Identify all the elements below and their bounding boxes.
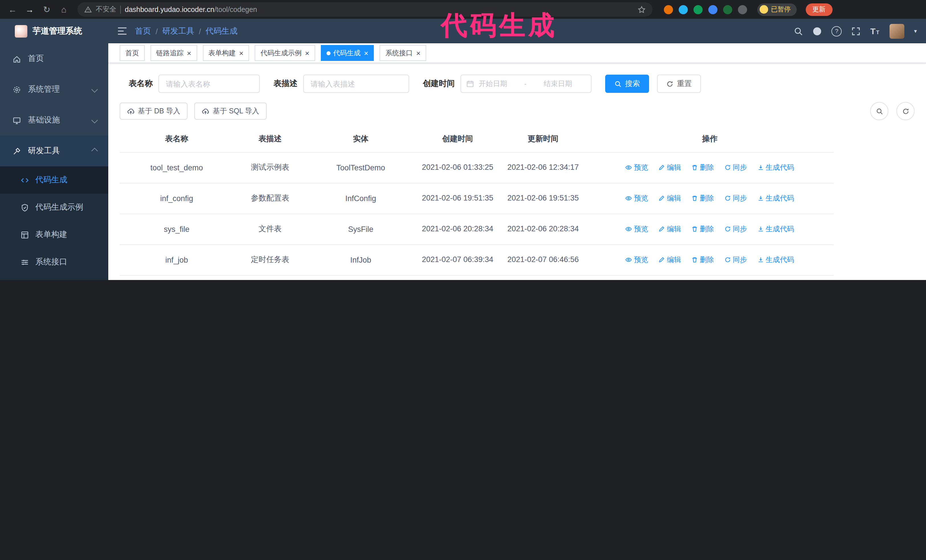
tab-代码生成[interactable]: 代码生成× <box>321 45 374 61</box>
refresh-table-button[interactable] <box>896 102 915 120</box>
import-db-button[interactable]: 基于 DB 导入 <box>120 103 188 120</box>
sidebar-item-db-doc[interactable]: 数据库文档 <box>0 276 108 280</box>
help-icon[interactable]: ? <box>832 26 842 36</box>
tab-链路追踪[interactable]: 链路追踪× <box>150 45 197 61</box>
breadcrumb: 首页 / 研发工具 / 代码生成 <box>135 26 238 36</box>
address-bar[interactable]: 不安全 dashboard.yudao.iocoder.cn/tool/code… <box>77 2 652 17</box>
extension-icon-4[interactable] <box>708 5 717 14</box>
date-range-picker[interactable]: - <box>460 75 592 93</box>
tab-close-icon[interactable]: × <box>239 49 243 57</box>
upload-icon <box>202 107 209 115</box>
app-logo[interactable]: 芋道管理系统 <box>0 19 108 43</box>
table-row: inf_job 定时任务表 InfJob 2021-02-07 06:39:34… <box>120 245 834 275</box>
extension-icon-6[interactable] <box>738 5 747 14</box>
preview-link[interactable]: 预览 <box>625 193 648 203</box>
sync-link[interactable]: 同步 <box>724 224 747 234</box>
import-sql-button[interactable]: 基于 SQL 导入 <box>195 103 267 120</box>
extension-icon-2[interactable] <box>679 5 688 14</box>
sidebar-item-codegen[interactable]: 代码生成 <box>0 166 108 194</box>
preview-link[interactable]: 预览 <box>625 163 648 172</box>
edit-link[interactable]: 编辑 <box>658 224 681 234</box>
generate-code-icon <box>757 257 764 263</box>
delete-link[interactable]: 删除 <box>691 224 714 234</box>
forward-icon[interactable]: → <box>23 3 36 16</box>
github-icon[interactable] <box>813 27 822 36</box>
delete-link[interactable]: 删除 <box>691 193 714 203</box>
sidebar-item-home[interactable]: 首页 <box>0 43 108 74</box>
tab-首页[interactable]: 首页 <box>120 45 145 61</box>
tab-label: 代码生成 <box>333 48 361 58</box>
breadcrumb-home[interactable]: 首页 <box>135 26 151 36</box>
extension-icon-3[interactable] <box>693 5 703 14</box>
tab-表单构建[interactable]: 表单构建× <box>203 45 249 61</box>
delete-icon <box>691 226 698 232</box>
sidebar-item-infrastructure[interactable]: 基础设施 <box>0 105 108 136</box>
sync-link[interactable]: 同步 <box>724 163 747 172</box>
extension-paused-badge[interactable]: 已暂停 <box>757 3 796 16</box>
sidebar-item-codegen-example[interactable]: 代码生成示例 <box>0 194 108 221</box>
cell-table-desc: 文件表 <box>234 214 307 245</box>
end-date-input[interactable] <box>530 79 573 88</box>
menu-label: 代码生成示例 <box>35 202 83 213</box>
generate-code-link[interactable]: 生成代码 <box>757 163 794 172</box>
extension-icon-5[interactable] <box>723 5 732 14</box>
tab-代码生成示例[interactable]: 代码生成示例× <box>255 45 315 61</box>
generate-code-link[interactable]: 生成代码 <box>757 224 794 234</box>
bookmark-star-icon[interactable] <box>638 5 646 14</box>
preview-link[interactable]: 预览 <box>625 255 648 265</box>
extension-icon-1[interactable] <box>664 5 673 14</box>
sidebar-item-devtools[interactable]: 研发工具 <box>0 136 108 166</box>
hamburger-icon[interactable] <box>117 27 127 35</box>
monitor-icon <box>12 116 21 124</box>
delete-link[interactable]: 删除 <box>691 163 714 172</box>
home-icon[interactable]: ⌂ <box>57 3 71 16</box>
breadcrumb-current: 代码生成 <box>206 26 238 36</box>
breadcrumb-devtools[interactable]: 研发工具 <box>162 26 194 36</box>
caret-down-icon[interactable]: ▾ <box>914 28 917 34</box>
table-toolbar: 基于 DB 导入 基于 SQL 导入 <box>120 102 915 120</box>
font-size-icon[interactable]: TT <box>870 26 880 36</box>
browser-update-button[interactable]: 更新 <box>805 3 832 16</box>
eye-icon <box>625 195 632 202</box>
sync-link[interactable]: 同步 <box>724 193 747 203</box>
cell-updated: 2021-02-06 19:51:35 <box>500 183 586 214</box>
search-button[interactable]: 搜索 <box>605 75 649 93</box>
table-name-input[interactable] <box>159 75 260 93</box>
tab-系统接口[interactable]: 系统接口× <box>380 45 426 61</box>
address-divider <box>120 5 121 14</box>
reload-icon[interactable]: ↻ <box>40 3 54 16</box>
start-date-input[interactable] <box>478 79 521 88</box>
delete-icon <box>691 195 698 202</box>
tab-close-icon[interactable]: × <box>416 49 421 57</box>
fullscreen-icon[interactable] <box>852 27 861 36</box>
edit-link[interactable]: 编辑 <box>658 255 681 265</box>
sync-link[interactable]: 同步 <box>724 255 747 265</box>
cell-table-name: inf_job <box>120 245 234 275</box>
edit-icon <box>658 195 665 202</box>
sync-icon <box>724 195 731 202</box>
tab-close-icon[interactable]: × <box>364 49 368 57</box>
edit-link[interactable]: 编辑 <box>658 163 681 172</box>
back-icon[interactable]: ← <box>6 3 20 16</box>
search-icon[interactable] <box>794 27 803 36</box>
preview-link[interactable]: 预览 <box>625 224 648 234</box>
toggle-search-button[interactable] <box>870 102 888 120</box>
sidebar-item-system-mgmt[interactable]: 系统管理 <box>0 74 108 105</box>
table-desc-input[interactable] <box>303 75 409 93</box>
tab-close-icon[interactable]: × <box>187 49 191 57</box>
generate-code-link[interactable]: 生成代码 <box>757 193 794 203</box>
table-row: sys_file 文件表 SysFile 2021-02-06 20:28:34… <box>120 214 834 245</box>
eye-icon <box>625 257 632 263</box>
sidebar-item-form-builder[interactable]: 表单构建 <box>0 221 108 248</box>
tools-icon <box>12 147 21 155</box>
sidebar-item-system-api[interactable]: 系统接口 <box>0 248 108 276</box>
reset-button[interactable]: 重置 <box>657 75 701 93</box>
eye-icon <box>625 226 632 232</box>
tab-close-icon[interactable]: × <box>305 49 309 57</box>
user-avatar[interactable] <box>890 24 904 38</box>
delete-link[interactable]: 删除 <box>691 255 714 265</box>
devtools-submenu: 代码生成 代码生成示例 表单构建 系统接口 数据库文档 <box>0 166 108 280</box>
generate-code-link[interactable]: 生成代码 <box>757 255 794 265</box>
edit-link[interactable]: 编辑 <box>658 193 681 203</box>
refresh-icon <box>902 107 909 115</box>
